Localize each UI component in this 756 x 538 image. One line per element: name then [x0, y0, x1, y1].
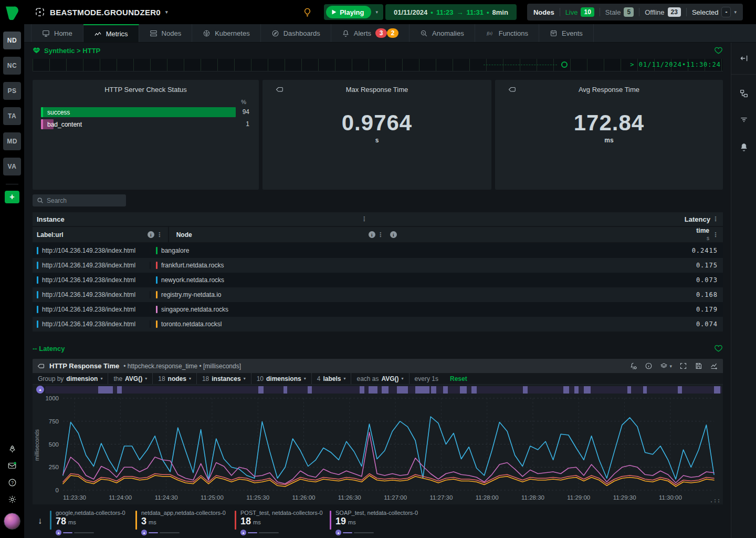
anomaly-icon: ▲ [240, 530, 246, 535]
kebab-menu-icon[interactable]: ⋮ [375, 231, 386, 239]
user-avatar[interactable] [4, 513, 20, 530]
line-chart-plot[interactable]: 11:23:3011:24:0011:24:3011:25:0011:25:30… [33, 395, 723, 504]
time-scrubber[interactable]: > 01/11/2024•11:30:24 [33, 59, 723, 71]
save-icon[interactable] [695, 362, 702, 370]
table-row[interactable]: http://104.236.149.238/index.html frankf… [33, 258, 723, 273]
legend-item-google[interactable]: google,netdata-collectors-0 78ms ▲ [50, 510, 125, 535]
instance-url-cell: http://104.236.149.238/index.html [33, 262, 150, 269]
alert-settings-icon[interactable] [629, 362, 637, 370]
date-range-picker[interactable]: 01/11/2024 • 11:23 → 11:31 • 8min [385, 4, 517, 20]
tab-home[interactable]: Home [31, 24, 83, 42]
space-name-dropdown[interactable]: BEASTMODE.GROUNDZER0 ▾ [35, 7, 168, 17]
table-row[interactable]: http://104.236.149.238/index.html regist… [33, 287, 723, 302]
labels-dropdown[interactable]: 4labels▾ [312, 373, 352, 384]
status-bar[interactable]: bad_content 1 [41, 119, 236, 131]
kebab-menu-icon[interactable]: ⋮ [359, 215, 370, 223]
tab-dashboards[interactable]: Dashboards [261, 24, 331, 42]
netdata-logo[interactable] [0, 0, 24, 24]
anomaly-slider[interactable]: ▲ [56, 530, 125, 535]
avg-response-time-card[interactable]: Avg Response Time 172.84 ms [495, 80, 723, 190]
dimensions-dropdown[interactable]: 10dimensions▾ [251, 373, 312, 384]
max-response-time-card[interactable]: Max Response Time 0.9764 s [262, 80, 491, 190]
node-cell: newyork.netdata.rocks [150, 276, 374, 284]
legend-item-soap-test[interactable]: SOAP_test, netdata-collectors-0 19ms ▲ [330, 510, 418, 535]
breadcrumb[interactable]: Synthetic > HTTP [33, 47, 100, 55]
legend-item-post-test[interactable]: POST_test, netdata-collectors-0 18ms ▲ [235, 510, 323, 535]
node-cell: registry.my-netdata.io [150, 291, 374, 298]
node-hierarchy-icon[interactable] [731, 82, 756, 105]
rocket-icon[interactable] [0, 440, 24, 457]
info-circle-icon[interactable] [645, 362, 653, 370]
annotate-icon[interactable] [710, 362, 718, 370]
fullscreen-icon[interactable] [679, 362, 687, 370]
each-as-dropdown[interactable]: each asAVG()▾ [351, 373, 409, 384]
add-space-button[interactable]: + [5, 191, 19, 203]
group-by-dropdown[interactable]: Group bydimension▾ [33, 373, 108, 384]
info-icon[interactable]: i [148, 231, 154, 238]
alerts-warning-badge[interactable]: 2 [387, 28, 398, 38]
nodes-selected-dropdown[interactable]: Selected - ▾ [692, 7, 737, 17]
dimension-color-bar [235, 511, 236, 530]
nodes-stale-chip[interactable]: Stale 5 [605, 7, 634, 17]
instances-dropdown[interactable]: 18instances▾ [197, 373, 251, 384]
news-bulb-icon[interactable] [302, 7, 312, 17]
playback-control[interactable]: Playing ▾ [324, 4, 383, 20]
node-cell: toronto.netdata.rocksl [150, 320, 374, 328]
space-tile-ta[interactable]: TA [3, 107, 21, 125]
help-icon[interactable]: ? [0, 474, 24, 491]
tab-anomalies[interactable]: Anomalies [410, 24, 475, 42]
legend-scroll-down-icon[interactable]: ↓ [38, 516, 43, 526]
tab-metrics[interactable]: Metrics [83, 24, 139, 42]
legend-item-netdata-app[interactable]: netdata_app,netdata-collectors-0 3ms ▲ [135, 510, 226, 535]
reset-button[interactable]: Reset [444, 375, 474, 382]
column-header-node: Node [168, 227, 192, 242]
chart-type-dropdown-icon[interactable]: ▾ [660, 362, 672, 370]
anomaly-slider[interactable]: ▲ [335, 530, 418, 535]
alerts-bell-icon[interactable] [731, 136, 756, 159]
playhead-marker[interactable] [561, 61, 568, 68]
info-icon[interactable]: i [369, 231, 375, 238]
time-from: 11:23 [436, 8, 454, 16]
tab-nodes[interactable]: Nodes [139, 24, 193, 42]
space-tile-md[interactable]: MD [3, 132, 21, 150]
info-icon[interactable]: i [390, 231, 397, 238]
alerts-critical-badge[interactable]: 3 [375, 28, 387, 38]
space-tile-va[interactable]: VA [3, 158, 21, 175]
anomaly-rate-icon: ▲ [36, 386, 44, 394]
favorite-heart-icon[interactable] [714, 46, 723, 55]
kebab-menu-icon[interactable]: ⋮ [154, 231, 165, 239]
tab-kubernetes[interactable]: Kubernetes [192, 24, 261, 42]
anomaly-ribbon[interactable] [45, 386, 722, 394]
collapse-panel-icon[interactable] [731, 47, 756, 70]
tab-events[interactable]: Events [539, 24, 594, 42]
search-input[interactable] [47, 197, 115, 204]
anomaly-slider[interactable]: ▲ [141, 530, 226, 535]
playing-pill[interactable]: Playing [326, 6, 371, 18]
settings-gear-icon[interactable] [0, 491, 24, 508]
tab-alerts[interactable]: Alerts 3 2 [331, 24, 410, 42]
space-tile-ps[interactable]: PS [3, 82, 21, 100]
space-tile-nd[interactable]: ND [3, 32, 21, 49]
nodes-live-chip[interactable]: Live 10 [565, 7, 594, 17]
kebab-menu-icon[interactable]: ⋮ [710, 231, 721, 239]
filter-icon[interactable] [731, 108, 756, 131]
inbox-notification-icon[interactable] [0, 457, 24, 474]
table-row[interactable]: http://104.236.149.238/index.html bangal… [33, 243, 723, 258]
aggregate-dropdown[interactable]: theAVG()▾ [108, 373, 153, 384]
node-cell: frankfurt.netdata.rocks [150, 262, 374, 269]
status-bar[interactable]: success 94 [41, 107, 236, 119]
favorite-heart-icon[interactable] [714, 344, 723, 353]
table-row[interactable]: http://104.236.149.238/index.html toront… [33, 317, 723, 332]
space-tile-nc[interactable]: NC [3, 57, 21, 75]
table-row[interactable]: http://104.236.149.238/index.html newyor… [33, 273, 723, 287]
nodes-offline-chip[interactable]: Offline 23 [645, 7, 681, 17]
http-check-status-card[interactable]: HTTP Server Check Status % success 94 ba… [33, 80, 259, 190]
chart-resize-handle[interactable]: .:: [710, 498, 721, 503]
url-color-mark [37, 320, 38, 328]
kebab-menu-icon[interactable]: ⋮ [710, 215, 721, 223]
nodes-dropdown[interactable]: 18nodes▾ [153, 373, 197, 384]
anomaly-slider[interactable]: ▲ [240, 530, 323, 535]
search-box[interactable] [33, 194, 126, 206]
tab-functions[interactable]: f(x) Functions [475, 24, 539, 42]
table-row[interactable]: http://104.236.149.238/index.html singap… [33, 302, 723, 317]
